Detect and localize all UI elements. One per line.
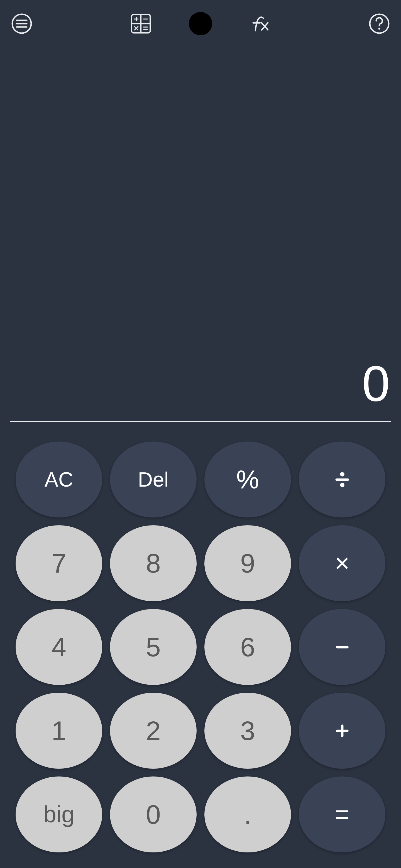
digit-6-button[interactable]: 6 bbox=[204, 609, 291, 685]
minus-button[interactable] bbox=[299, 609, 385, 685]
calc-result: 0 bbox=[0, 355, 401, 421]
digit-5-button[interactable]: 5 bbox=[110, 609, 197, 685]
divide-button[interactable] bbox=[299, 441, 385, 518]
del-button[interactable]: Del bbox=[110, 441, 197, 518]
svg-point-17 bbox=[340, 472, 344, 476]
camera-notch bbox=[189, 12, 212, 35]
decimal-button[interactable]: . bbox=[204, 776, 291, 852]
digit-1-button[interactable]: 1 bbox=[16, 693, 102, 769]
svg-point-16 bbox=[378, 28, 380, 30]
ac-button[interactable]: AC bbox=[16, 441, 102, 518]
top-bar bbox=[0, 0, 401, 47]
digit-3-button[interactable]: 3 bbox=[204, 693, 291, 769]
fx-icon[interactable] bbox=[249, 12, 272, 35]
digit-8-button[interactable]: 8 bbox=[110, 525, 197, 601]
svg-rect-18 bbox=[335, 478, 349, 481]
svg-point-19 bbox=[340, 483, 344, 487]
digit-4-button[interactable]: 4 bbox=[16, 609, 102, 685]
svg-rect-22 bbox=[341, 724, 343, 737]
digit-7-button[interactable]: 7 bbox=[16, 525, 102, 601]
digit-0-button[interactable]: 0 bbox=[110, 776, 197, 852]
equals-button[interactable]: = bbox=[299, 776, 385, 852]
menu-icon[interactable] bbox=[10, 12, 33, 35]
multiply-button[interactable]: × bbox=[299, 525, 385, 601]
svg-rect-20 bbox=[336, 646, 349, 648]
big-button[interactable]: big bbox=[16, 776, 102, 852]
help-icon[interactable] bbox=[368, 12, 391, 35]
basic-calc-icon[interactable] bbox=[129, 12, 152, 35]
digit-9-button[interactable]: 9 bbox=[204, 525, 291, 601]
keypad: AC Del % 7 8 9 × 4 5 6 1 2 3 big 0 . = bbox=[0, 433, 401, 868]
plus-button[interactable] bbox=[299, 693, 385, 769]
display-divider bbox=[10, 421, 391, 422]
digit-2-button[interactable]: 2 bbox=[110, 693, 197, 769]
calc-display: 0 bbox=[0, 47, 401, 422]
percent-button[interactable]: % bbox=[204, 441, 291, 518]
